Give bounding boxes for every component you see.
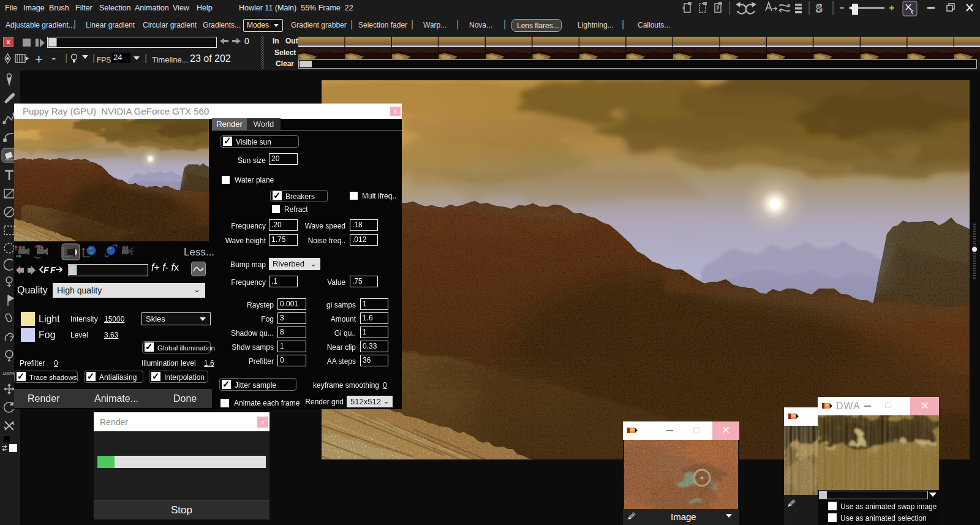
svg-text:F: F [50, 265, 56, 275]
svg-text:100%: 100% [2, 371, 15, 376]
svg-text:F: F [43, 265, 49, 275]
svg-text:S: S [816, 2, 823, 15]
